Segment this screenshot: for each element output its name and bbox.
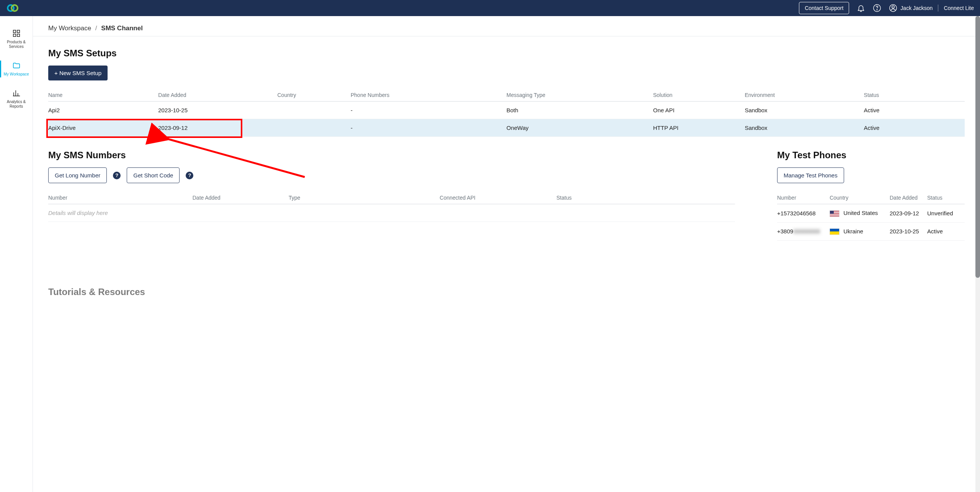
col-status: Status (864, 89, 965, 102)
top-bar: Contact Support Jack Jackson Connect Lit… (0, 0, 980, 16)
grid-icon (12, 29, 21, 38)
svg-rect-9 (17, 34, 19, 36)
main-content: My Workspace / SMS Channel My SMS Setups… (33, 16, 980, 492)
col-date: Date Added (158, 89, 277, 102)
sms-setups-table: Name Date Added Country Phone Numbers Me… (48, 89, 965, 137)
user-menu[interactable]: Jack Jackson Connect Lite (889, 4, 974, 12)
sms-numbers-table: Number Date Added Type Connected API Sta… (48, 192, 735, 222)
sms-numbers-title: My SMS Numbers (48, 150, 735, 161)
table-row[interactable]: +3809XXXXXXX Ukraine 2023-10-25 Active (777, 222, 965, 241)
test-phones-title: My Test Phones (777, 150, 965, 161)
col-date: Date Added (193, 192, 289, 204)
chart-icon (12, 89, 21, 97)
col-number: Number (777, 192, 830, 204)
sidebar-item-products[interactable]: Products & Services (0, 27, 33, 51)
flag-icon (830, 228, 840, 235)
col-name: Name (48, 89, 158, 102)
get-short-code-button[interactable]: Get Short Code (127, 167, 180, 183)
svg-rect-8 (13, 34, 15, 36)
breadcrumb-current: SMS Channel (101, 25, 143, 32)
col-type: Type (289, 192, 440, 204)
help-icon[interactable]: ? (113, 172, 121, 179)
col-number: Number (48, 192, 193, 204)
svg-rect-7 (17, 30, 19, 33)
user-plan: Connect Lite (944, 5, 974, 11)
sidebar-item-label: My Workspace (4, 72, 29, 77)
svg-rect-6 (13, 30, 15, 33)
breadcrumb: My Workspace / SMS Channel (33, 16, 980, 36)
avatar-icon (889, 4, 897, 12)
table-row[interactable]: ApiX-Drive 2023-09-12 - OneWay HTTP API … (48, 119, 965, 137)
table-row[interactable]: Api2 2023-10-25 - Both One API Sandbox A… (48, 102, 965, 119)
manage-test-phones-button[interactable]: Manage Test Phones (777, 167, 844, 183)
sidebar-item-workspace[interactable]: My Workspace (0, 59, 33, 79)
col-api: Connected API (440, 192, 557, 204)
col-phone: Phone Numbers (351, 89, 506, 102)
col-date: Date Added (890, 192, 927, 204)
scrollbar[interactable] (975, 16, 980, 492)
table-row[interactable]: +15732046568 United States 2023-09-12 Un… (777, 204, 965, 223)
logo[interactable] (6, 3, 20, 13)
scrollbar-thumb[interactable] (975, 16, 980, 278)
col-status: Status (927, 192, 965, 204)
folder-icon (12, 61, 21, 70)
col-country: Country (277, 89, 351, 102)
sms-setups-title: My SMS Setups (48, 48, 965, 59)
col-status: Status (557, 192, 735, 204)
flag-icon (830, 210, 840, 217)
sidebar-item-label: Products & Services (2, 40, 31, 49)
get-long-number-button[interactable]: Get Long Number (48, 167, 107, 183)
sidebar-item-analytics[interactable]: Analytics & Reports (0, 87, 33, 111)
breadcrumb-workspace[interactable]: My Workspace (48, 25, 91, 32)
col-solution: Solution (653, 89, 745, 102)
user-name: Jack Jackson (900, 5, 933, 11)
sidebar-item-label: Analytics & Reports (2, 100, 31, 109)
svg-point-5 (892, 6, 894, 8)
tutorials-title: Tutorials & Resources (48, 287, 965, 297)
table-row-empty: Details will display here (48, 204, 735, 222)
col-msg: Messaging Type (506, 89, 653, 102)
sidebar: Products & Services My Workspace Analyti… (0, 16, 33, 492)
help-icon[interactable]: ? (186, 172, 193, 179)
contact-support-button[interactable]: Contact Support (799, 2, 849, 14)
col-country: Country (830, 192, 890, 204)
col-env: Environment (745, 89, 864, 102)
bell-icon[interactable] (857, 4, 865, 12)
svg-point-3 (877, 10, 877, 10)
test-phones-table: Number Country Date Added Status +157320… (777, 192, 965, 241)
help-icon[interactable] (873, 4, 881, 12)
new-sms-setup-button[interactable]: + New SMS Setup (48, 66, 108, 80)
